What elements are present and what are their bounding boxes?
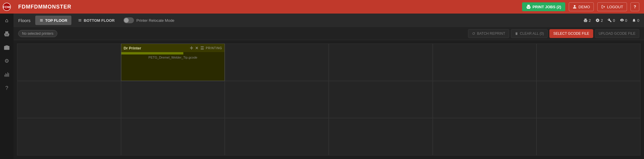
- printer-cell-3[interactable]: [329, 44, 433, 81]
- upload-gcode-button[interactable]: UPLOAD GCODE FILE: [595, 29, 639, 38]
- top-floor-label: TOP FLOOR: [45, 18, 67, 23]
- select-gcode-button[interactable]: SELECT GCODE FILE: [549, 29, 593, 38]
- stat-disconnected: 0: [620, 18, 627, 23]
- printer-cell-1[interactable]: Dr Printer ✛ ✕ ☰ PRINTING PETG_Dremel_We…: [121, 44, 225, 81]
- floor-nav: Floors TOP FLOOR BOTTOM FLOOR Printer Re…: [14, 14, 644, 27]
- clear-all-button[interactable]: CLEAR ALL (0): [511, 29, 548, 38]
- printer-cell-7[interactable]: [121, 81, 225, 118]
- stat-printing: 2: [583, 18, 591, 23]
- sidebar-settings-icon[interactable]: ⚙: [0, 54, 14, 68]
- sidebar-help-icon[interactable]: ?: [0, 81, 14, 95]
- printer-filename: PETG_Dremel_Welder_Tip.gcode: [121, 54, 225, 60]
- relocate-mode-label: Printer Relocate Mode: [136, 18, 174, 23]
- demo-user-label: DEMO: [578, 5, 590, 9]
- help-label: ?: [634, 4, 636, 9]
- printer-cell-6[interactable]: [17, 81, 121, 118]
- printer-cell-13[interactable]: [121, 118, 225, 155]
- printer-status: PRINTING: [206, 47, 222, 50]
- sidebar-home-icon[interactable]: ⌂: [0, 14, 14, 27]
- stat-disconnected-value: 0: [625, 18, 627, 23]
- no-selected-printers-badge: No selected printers: [18, 30, 57, 37]
- brand-monster: FDMMONSTER: [31, 4, 71, 10]
- select-gcode-label: SELECT GCODE FILE: [553, 32, 589, 36]
- printer-grid: Dr Printer ✛ ✕ ☰ PRINTING PETG_Dremel_We…: [14, 40, 644, 159]
- header: FDMFDMMONSTER PRINT JOBS (2) DEMO LOGOUT…: [14, 0, 644, 14]
- relocate-mode-toggle[interactable]: [123, 17, 134, 23]
- printer-cell-5[interactable]: [536, 44, 640, 81]
- bottom-floor-label: BOTTOM FLOOR: [84, 18, 115, 23]
- logout-button[interactable]: LOGOUT: [597, 2, 627, 11]
- printer-cell-2[interactable]: [225, 44, 329, 81]
- stat-alarm-value: 0: [637, 18, 639, 23]
- brand-logo: FDMFDMMONSTER: [18, 4, 71, 10]
- brand-fdm: FDM: [18, 4, 31, 10]
- logout-label: LOGOUT: [607, 5, 623, 9]
- svg-text:FDM: FDM: [3, 5, 10, 9]
- printer-cell-17[interactable]: [536, 118, 640, 155]
- relocate-mode-toggle-wrapper: Printer Relocate Mode: [123, 17, 174, 23]
- floors-title: Floors: [18, 18, 31, 23]
- logo: FDM: [0, 0, 14, 14]
- batch-reprint-button[interactable]: BATCH REPRINT: [468, 29, 509, 38]
- printer-cell-10[interactable]: [433, 81, 537, 118]
- printer-cell-8[interactable]: [225, 81, 329, 118]
- printer-cell-15[interactable]: [329, 118, 433, 155]
- printer-cell-12[interactable]: [17, 118, 121, 155]
- print-jobs-button[interactable]: PRINT JOBS (2): [522, 2, 566, 11]
- stat-idle-value: 2: [601, 18, 603, 23]
- printer-cell-9[interactable]: [329, 81, 433, 118]
- printer-name: Dr Printer: [124, 46, 188, 50]
- floor-stats: 2 2 0 0 0: [583, 18, 639, 23]
- stat-error: 0: [608, 18, 615, 23]
- print-jobs-label: PRINT JOBS (2): [533, 5, 561, 9]
- stat-alarm: 0: [632, 18, 639, 23]
- upload-gcode-label: UPLOAD GCODE FILE: [599, 32, 635, 36]
- printer-cell-0[interactable]: [17, 44, 121, 81]
- bottom-floor-tab[interactable]: BOTTOM FLOOR: [74, 16, 119, 25]
- stat-error-value: 0: [613, 18, 615, 23]
- help-button[interactable]: ?: [630, 2, 639, 11]
- action-bar: No selected printers BATCH REPRINT CLEAR…: [14, 27, 644, 40]
- sidebar-analytics-icon[interactable]: [0, 68, 14, 81]
- printer-header: Dr Printer ✛ ✕ ☰ PRINTING: [121, 44, 225, 52]
- printer-cell-11[interactable]: [536, 81, 640, 118]
- printer-progress-bar: [121, 52, 183, 54]
- printer-cell-4[interactable]: [433, 44, 537, 81]
- printer-move-icon[interactable]: ✛: [190, 46, 193, 50]
- sidebar-camera-icon[interactable]: [0, 41, 14, 54]
- stat-printing-value: 2: [589, 18, 591, 23]
- sidebar: FDM ⌂ ⚙ ?: [0, 0, 14, 159]
- main-content: FDMFDMMONSTER PRINT JOBS (2) DEMO LOGOUT…: [14, 0, 644, 159]
- top-floor-tab[interactable]: TOP FLOOR: [35, 16, 71, 25]
- clear-all-label: CLEAR ALL (0): [520, 32, 544, 36]
- printer-menu-icon[interactable]: ☰: [200, 46, 204, 50]
- printer-cell-14[interactable]: [225, 118, 329, 155]
- sidebar-printer-icon[interactable]: [0, 27, 14, 41]
- batch-reprint-label: BATCH REPRINT: [477, 32, 505, 36]
- printer-close-icon[interactable]: ✕: [195, 46, 199, 50]
- stat-idle: 2: [596, 18, 603, 23]
- printer-cell-16[interactable]: [433, 118, 537, 155]
- demo-user-button[interactable]: DEMO: [569, 2, 594, 11]
